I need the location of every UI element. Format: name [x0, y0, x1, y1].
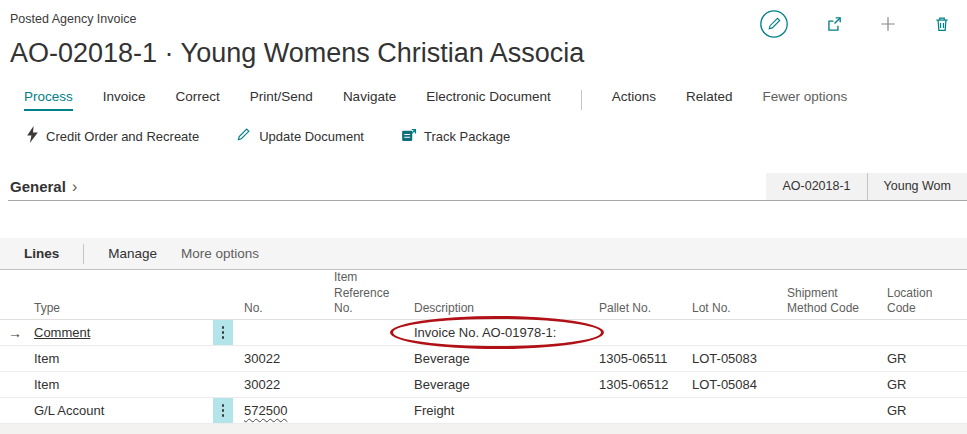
header-summary-chips: AO-02018-1Young Wom	[766, 173, 967, 200]
cell-description[interactable]: Beverage	[406, 346, 591, 371]
cell-shipment-method-code[interactable]	[779, 346, 879, 371]
action-credit-order-and-recreate[interactable]: Credit Order and Recreate	[26, 126, 199, 146]
cell-no[interactable]	[236, 320, 326, 345]
cell-row-options	[204, 320, 236, 345]
cell-description[interactable]: Freight	[406, 398, 591, 423]
lines-title: Lines	[24, 246, 59, 261]
summary-chip-ao-02018-1[interactable]: AO-02018-1	[766, 173, 866, 200]
menu-item-electronic-document[interactable]: Electronic Document	[426, 89, 551, 111]
cell-lot-no[interactable]: LOT-05084	[684, 372, 779, 397]
cell-no[interactable]: 572500	[236, 398, 326, 423]
menu-item-invoice[interactable]: Invoice	[103, 89, 146, 111]
lines-toolbar: Lines ManageMore options	[0, 238, 967, 270]
promoted-actions: Credit Order and RecreateUpdate Document…	[0, 124, 967, 148]
edit-pencil-icon[interactable]	[759, 9, 789, 39]
cell-pallet-no[interactable]	[591, 398, 684, 423]
menu-item-navigate[interactable]: Navigate	[343, 89, 396, 111]
cell-pallet-no[interactable]: 1305-06512	[591, 372, 684, 397]
action-label: Credit Order and Recreate	[46, 129, 199, 144]
cell-shipment-method-code[interactable]	[779, 320, 879, 345]
cell-shipment-method-code[interactable]	[779, 372, 879, 397]
row-options-ellipsis-icon[interactable]	[213, 398, 233, 423]
cell-lot-no[interactable]	[684, 398, 779, 423]
general-fasttab[interactable]: General ›	[8, 178, 77, 200]
general-section-header: General › AO-02018-1Young Wom	[8, 174, 967, 201]
action-track-package[interactable]: Track Package	[400, 126, 510, 146]
action-label: Track Package	[424, 129, 510, 144]
cell-row-options	[204, 372, 236, 397]
cell-row-indicator: →	[0, 372, 26, 397]
cell-location-code[interactable]: GR	[879, 398, 967, 423]
posted-agency-invoice-page: Posted Agency Invoice	[0, 0, 967, 434]
current-row-arrow-icon: →	[8, 325, 22, 341]
cell-type[interactable]: Comment	[26, 320, 204, 345]
action-update-document[interactable]: Update Document	[235, 126, 364, 146]
action-label: Update Document	[259, 129, 364, 144]
summary-chip-young-wom[interactable]: Young Wom	[867, 173, 967, 200]
table-row[interactable]: → G/L Account 572500 Freight GR	[0, 398, 967, 424]
cell-row-options	[204, 346, 236, 371]
general-label: General	[10, 178, 66, 195]
cell-type[interactable]: Item	[26, 372, 204, 397]
cell-pallet-no[interactable]: 1305-06511	[591, 346, 684, 371]
header-action-icons	[759, 9, 951, 39]
menu-item-actions[interactable]: Actions	[612, 89, 656, 111]
cell-row-indicator: →	[0, 320, 26, 345]
column-header-no[interactable]: No.	[236, 301, 326, 322]
lightning-icon	[26, 126, 39, 146]
cell-description[interactable]: Beverage	[406, 372, 591, 397]
lines-menu-manage[interactable]: Manage	[108, 246, 157, 261]
package-icon	[400, 126, 417, 146]
cell-type[interactable]: G/L Account	[26, 398, 204, 423]
cell-no[interactable]: 30022	[236, 346, 326, 371]
chevron-right-icon: ›	[72, 179, 77, 195]
cell-item-reference-no[interactable]	[326, 346, 406, 371]
cell-type[interactable]: Item	[26, 346, 204, 371]
cell-lot-no[interactable]: LOT-05083	[684, 346, 779, 371]
cell-location-code[interactable]: GR	[879, 346, 967, 371]
add-icon[interactable]	[879, 15, 897, 33]
row-options-ellipsis-icon[interactable]	[213, 320, 233, 345]
lines-menu-more-options[interactable]: More options	[181, 246, 259, 261]
cell-location-code[interactable]	[879, 320, 967, 345]
column-header-shipment-method-code[interactable]: Shipment Method Code	[779, 286, 879, 322]
fewer-options-button[interactable]: Fewer options	[763, 89, 848, 111]
cell-pallet-no[interactable]	[591, 320, 684, 345]
cell-row-indicator: →	[0, 398, 26, 423]
menu-divider	[581, 90, 582, 110]
column-header-type[interactable]: Type	[26, 301, 204, 322]
cell-lot-no[interactable]	[684, 320, 779, 345]
menu-item-correct[interactable]: Correct	[176, 89, 220, 111]
page-caption: Posted Agency Invoice	[10, 9, 136, 26]
column-header-lot-no[interactable]: Lot No.	[684, 301, 779, 322]
table-row[interactable]: → Comment Invoice No. AO-01978-1:	[0, 320, 967, 346]
menu-item-related[interactable]: Related	[686, 89, 733, 111]
column-header-pallet-no[interactable]: Pallet No.	[591, 301, 684, 322]
column-header-location-code[interactable]: Location Code	[879, 286, 967, 322]
cell-item-reference-no[interactable]	[326, 320, 406, 345]
action-menu: ProcessInvoiceCorrectPrint/SendNavigateE…	[0, 88, 967, 112]
cell-row-options	[204, 398, 236, 423]
cell-item-reference-no[interactable]	[326, 398, 406, 423]
page-title: AO-02018-1 · Young Womens Christian Asso…	[0, 36, 967, 70]
table-row[interactable]: → Item 30022 Beverage 1305-06512 LOT-050…	[0, 372, 967, 398]
pencil-icon	[235, 126, 252, 146]
cell-item-reference-no[interactable]	[326, 372, 406, 397]
cell-description[interactable]: Invoice No. AO-01978-1:	[406, 320, 591, 345]
lines-table-body: → Comment Invoice No. AO-01978-1: → Item…	[0, 320, 967, 424]
page-bottom-strip	[0, 424, 967, 434]
toolbar-divider	[83, 244, 84, 264]
menu-item-process[interactable]: Process	[24, 89, 73, 111]
table-row[interactable]: → Item 30022 Beverage 1305-06511 LOT-050…	[0, 346, 967, 372]
cell-shipment-method-code[interactable]	[779, 398, 879, 423]
lines-table-header: Type No. Item Reference No. Description …	[0, 270, 967, 320]
delete-icon[interactable]	[933, 15, 951, 33]
cell-location-code[interactable]: GR	[879, 372, 967, 397]
column-header-description[interactable]: Description	[406, 301, 591, 322]
menu-item-print-send[interactable]: Print/Send	[250, 89, 313, 111]
cell-row-indicator: →	[0, 346, 26, 371]
share-icon[interactable]	[825, 15, 843, 33]
column-header-item-reference-no[interactable]: Item Reference No.	[326, 270, 406, 322]
page-header: Posted Agency Invoice	[0, 0, 967, 34]
cell-no[interactable]: 30022	[236, 372, 326, 397]
